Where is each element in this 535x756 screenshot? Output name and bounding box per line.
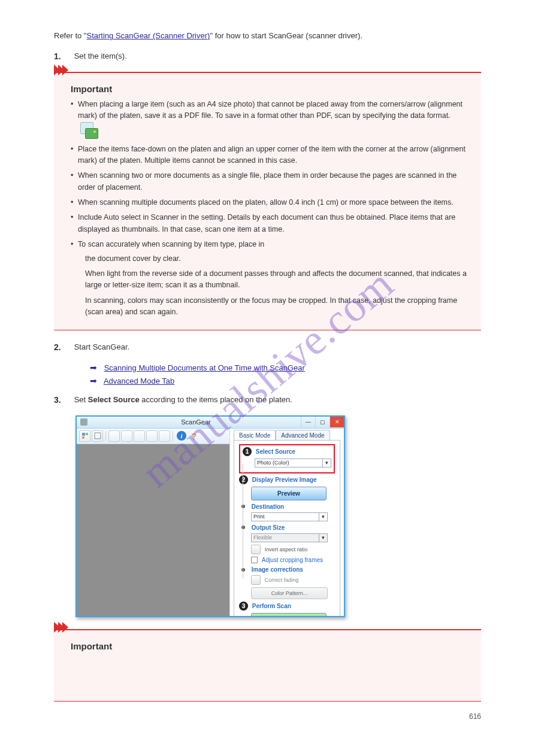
- toolbar-clear[interactable]: [159, 430, 170, 442]
- tab-basic-mode[interactable]: Basic Mode: [234, 430, 276, 440]
- step-dot: [241, 568, 245, 572]
- step3-bold: Select Source: [88, 395, 140, 404]
- step-3: 3. Set Select Source according to the it…: [54, 394, 481, 407]
- step-circle-1: 1: [243, 447, 252, 456]
- select-source-dropdown[interactable]: Photo (Color) ▾: [255, 459, 331, 467]
- arrow-icon: ➡: [90, 363, 97, 372]
- scangear-screenshot: ScanGear — ▢ ✕: [75, 415, 345, 617]
- destination-dropdown[interactable]: Print ▾: [251, 512, 328, 521]
- select-source-highlight: 1 Select Source Photo (Color) ▾: [239, 444, 335, 473]
- right-pane: Basic Mode Advanced Mode 1 Select Source: [230, 429, 344, 616]
- label-destination: Destination: [252, 503, 284, 510]
- close-button[interactable]: ✕: [330, 417, 344, 427]
- toolbar-rotate-right[interactable]: [134, 430, 145, 442]
- toolbar: i ?: [77, 429, 229, 444]
- correct-fading-icon: [251, 575, 261, 585]
- callout1-sub1: the document cover by clear.: [78, 253, 469, 265]
- toolbar-info[interactable]: i: [176, 430, 187, 442]
- related-link-2[interactable]: Advanced Mode Tab: [104, 377, 174, 385]
- thumbnail-icon: [79, 122, 99, 140]
- toolbar-thumb-view[interactable]: [79, 430, 90, 442]
- related-link-1-row: ➡ Scanning Multiple Documents at One Tim…: [90, 363, 481, 372]
- chevron-down-icon: ▾: [322, 459, 331, 467]
- related-link-2-row: ➡ Advanced Mode Tab: [90, 376, 481, 385]
- svg-rect-1: [86, 433, 88, 435]
- step1-text: Set the item(s).: [74, 51, 127, 60]
- invert-ratio-icon[interactable]: [251, 545, 261, 554]
- window-title: ScanGear: [91, 418, 301, 426]
- step-1: 1. Set the item(s).: [54, 50, 481, 63]
- step-circle-3: 3: [239, 602, 248, 611]
- tab-advanced-mode[interactable]: Advanced Mode: [276, 430, 330, 440]
- step3-text2: according to the items placed on the pla…: [140, 395, 292, 404]
- link-start-scangear[interactable]: Starting ScanGear (Scanner Driver): [86, 31, 210, 40]
- output-size-dropdown[interactable]: Flexible ▾: [251, 533, 328, 542]
- adjust-crop-checkbox[interactable]: [251, 557, 258, 563]
- step-connector-line: [243, 464, 243, 578]
- step3-number: 3.: [54, 394, 72, 407]
- label-output-size: Output Size: [252, 524, 285, 531]
- related-link-1[interactable]: Scanning Multiple Documents at One Time …: [104, 363, 305, 372]
- svg-rect-2: [82, 436, 84, 439]
- svg-rect-0: [82, 433, 85, 436]
- step2-text: Start ScanGear.: [74, 341, 481, 353]
- callout1-title: Important: [71, 84, 469, 94]
- maximize-button[interactable]: ▢: [315, 417, 330, 427]
- select-source-value: Photo (Color): [257, 460, 289, 466]
- callout1-item6: To scan accurately when scanning by item…: [71, 239, 469, 318]
- scan-button[interactable]: Scan: [251, 613, 327, 616]
- label-display-preview: Display Preview Image: [252, 476, 317, 483]
- step3-text: Set: [74, 395, 88, 404]
- callout1-sub3: In scanning, colors may scan inconsisten…: [78, 295, 469, 318]
- toolbar-help[interactable]: ?: [188, 430, 200, 442]
- step2-number: 2.: [54, 341, 72, 354]
- intro-post: " for how to start ScanGear (scanner dri…: [210, 31, 362, 40]
- callout1-item3: When scanning two or more documents as a…: [71, 170, 469, 193]
- callout1-item1: When placing a large item (such as an A4…: [71, 99, 469, 140]
- toolbar-rotate-left[interactable]: [121, 430, 132, 442]
- label-invert-ratio: Invert aspect ratio: [265, 546, 308, 552]
- callout1-item4: When scanning multiple documents placed …: [71, 197, 469, 208]
- minimize-button[interactable]: —: [301, 417, 315, 427]
- callout-chevrons: [54, 65, 67, 75]
- destination-value: Print: [253, 514, 265, 520]
- left-pane: i ?: [77, 429, 230, 616]
- svg-rect-3: [95, 433, 101, 439]
- chevron-down-icon: ▾: [319, 513, 327, 521]
- toolbar-select-all[interactable]: [146, 430, 158, 442]
- callout1-item2: Place the items face-down on the platen …: [71, 144, 469, 167]
- callout-chevrons: [54, 622, 67, 633]
- instruction-start-scangear: Refer to "Starting ScanGear (Scanner Dri…: [54, 30, 481, 42]
- preview-area[interactable]: [77, 444, 229, 616]
- step-circle-2: 2: [239, 475, 248, 484]
- important-callout-1: Important When placing a large item (suc…: [54, 72, 481, 331]
- output-size-value: Flexible: [253, 535, 272, 541]
- important-callout-2: Important When scanning with Select Sour…: [54, 629, 481, 702]
- page-number: 616: [54, 712, 481, 721]
- app-icon: [80, 418, 87, 426]
- step-dot: [241, 505, 245, 508]
- arrow-icon: ➡: [90, 376, 97, 385]
- step1-number: 1.: [54, 50, 72, 63]
- preview-button[interactable]: Preview: [251, 487, 327, 500]
- callout1-item5: Include Auto select in Scanner in the se…: [71, 212, 469, 235]
- label-image-corrections: Image corrections: [252, 566, 303, 573]
- callout2-title: Important: [71, 641, 469, 651]
- callout1-sub2: When light from the reverse side of a do…: [78, 268, 469, 292]
- label-select-source: Select Source: [256, 448, 295, 455]
- label-correct-fading: Correct fading: [265, 577, 299, 583]
- color-pattern-button[interactable]: Color Pattern...: [251, 587, 328, 599]
- intro-pre: Refer to ": [54, 31, 86, 40]
- label-adjust-crop: Adjust cropping frames: [262, 557, 323, 563]
- chevron-down-icon: ▾: [319, 534, 327, 542]
- step-dot: [241, 526, 245, 529]
- titlebar: ScanGear — ▢ ✕: [77, 417, 344, 429]
- toolbar-crop[interactable]: [108, 430, 120, 442]
- step-2: 2. Start ScanGear.: [54, 341, 481, 354]
- toolbar-whole-view[interactable]: [92, 430, 103, 442]
- label-perform-scan: Perform Scan: [252, 603, 291, 609]
